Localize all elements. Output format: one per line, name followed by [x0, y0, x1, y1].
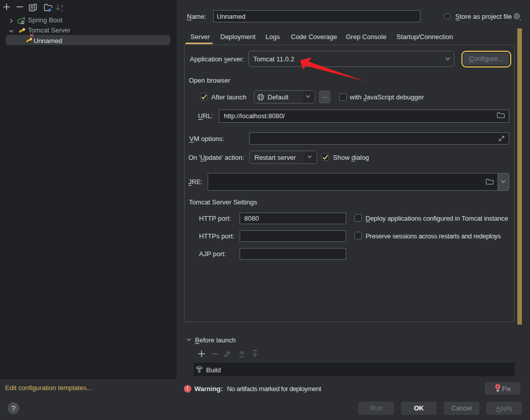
svg-text:a: a — [61, 4, 63, 8]
svg-text:z: z — [61, 8, 63, 13]
